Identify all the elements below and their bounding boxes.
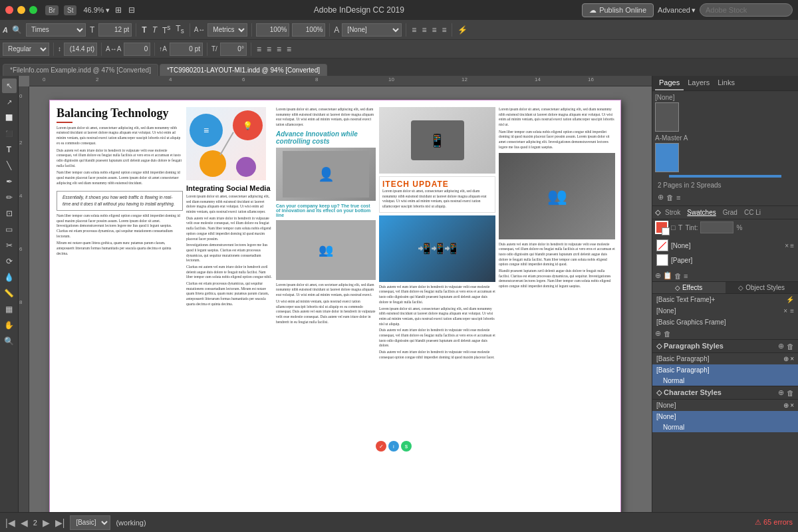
- vertical-scale-input[interactable]: [292, 23, 325, 37]
- rect-tool[interactable]: ▭: [2, 222, 17, 237]
- align-justify-button[interactable]: ≡: [440, 25, 448, 35]
- nav-next-button[interactable]: ▶: [43, 517, 50, 528]
- font-search-icon[interactable]: 🔍: [11, 25, 23, 35]
- free-transform-tool[interactable]: ⟳: [2, 254, 17, 269]
- swatch-tab-strok[interactable]: Strok: [663, 207, 682, 217]
- font-family-select[interactable]: Times: [26, 23, 86, 37]
- tab-effects[interactable]: ◇ Effects: [652, 282, 726, 293]
- align-right-bottom[interactable]: ≡: [275, 45, 283, 54]
- maximize-button[interactable]: [29, 6, 37, 14]
- none-thumb[interactable]: [655, 102, 679, 132]
- horizontal-scale-input[interactable]: [256, 23, 289, 37]
- publish-online-button[interactable]: Publish Online: [582, 3, 654, 17]
- status-style-select[interactable]: [Basic]: [70, 515, 110, 530]
- tracking-input[interactable]: [124, 43, 150, 56]
- search-input[interactable]: [700, 3, 793, 17]
- fill-icon[interactable]: □: [671, 223, 676, 231]
- tab-tc9980[interactable]: *TC9980201-LAYOUT-MI1.indd @ 94% [Conver…: [160, 64, 327, 76]
- pen-tool[interactable]: ✒: [2, 174, 17, 189]
- tab-object-styles[interactable]: ◇ Object Styles: [726, 282, 799, 293]
- fill-color-box[interactable]: [655, 221, 668, 234]
- selection-tool[interactable]: ↖: [2, 78, 17, 93]
- leading-input[interactable]: [64, 43, 97, 56]
- advanced-button[interactable]: Advanced ▾: [658, 6, 696, 15]
- kerning-select[interactable]: Metrics: [207, 23, 247, 37]
- hand-tool[interactable]: ✋: [2, 318, 17, 332]
- line-tool[interactable]: ╲: [2, 158, 17, 173]
- align-justify-bottom[interactable]: ≡: [285, 45, 293, 54]
- pages-new-button[interactable]: ⊕: [658, 193, 664, 201]
- para-style-basic-paragraph-selected[interactable]: [Basic Paragraph]: [652, 364, 798, 376]
- nav-last-button[interactable]: ▶|: [55, 517, 65, 528]
- para-styles-new-button[interactable]: ⊕: [778, 342, 784, 350]
- obj-styles-delete-button[interactable]: 🗑: [664, 330, 671, 338]
- skew-input[interactable]: [220, 43, 247, 56]
- align-center-bottom[interactable]: ≡: [265, 45, 273, 54]
- paragraph-style-select[interactable]: [None]: [342, 23, 402, 37]
- bold-button[interactable]: T: [140, 25, 148, 35]
- lightning-button[interactable]: ⚡: [456, 25, 469, 35]
- swatch-item-paper[interactable]: [Paper]: [655, 253, 795, 267]
- style-none[interactable]: [None] × ≡: [652, 305, 798, 317]
- swatch-new-button[interactable]: 📋: [663, 271, 672, 280]
- page-tool[interactable]: ⬜: [2, 110, 17, 125]
- zoom-tool[interactable]: 🔍: [2, 334, 17, 348]
- swatch-delete-button[interactable]: 🗑: [674, 271, 682, 280]
- superscript-button[interactable]: Ts: [161, 24, 172, 35]
- layout-icon[interactable]: ⊞: [114, 5, 123, 15]
- minimize-button[interactable]: [17, 6, 25, 14]
- align-center-button[interactable]: ≡: [420, 25, 428, 35]
- bridge-button[interactable]: Br: [45, 5, 59, 15]
- align-left-bottom[interactable]: ≡: [255, 45, 263, 54]
- type-tool[interactable]: T: [2, 142, 17, 157]
- align-right-button[interactable]: ≡: [430, 25, 438, 35]
- gradient-tool[interactable]: ▦: [2, 302, 17, 317]
- swatch-menu-button[interactable]: ≡: [684, 271, 688, 280]
- master-thumb[interactable]: [655, 143, 679, 172]
- font-style-select[interactable]: Regular: [3, 43, 49, 56]
- char-style-none[interactable]: [None] ⊕ ×: [652, 400, 798, 411]
- pencil-tool[interactable]: ✏: [2, 190, 17, 205]
- nav-prev-button[interactable]: ◀: [21, 517, 28, 528]
- char-styles-new-button[interactable]: ⊕: [778, 388, 784, 397]
- tab-layers[interactable]: Layers: [684, 76, 714, 90]
- para-style-basic-paragraph[interactable]: [Basic Paragraph] ⊕ ×: [652, 353, 798, 364]
- stock-button[interactable]: St: [64, 5, 76, 15]
- char-style-normal-sub[interactable]: Normal: [652, 422, 798, 432]
- view-icon[interactable]: ⊟: [127, 5, 136, 15]
- pages-delete-button[interactable]: 🗑: [666, 194, 674, 201]
- para-styles-delete-button[interactable]: 🗑: [787, 342, 794, 350]
- swatch-new-group-button[interactable]: ⊕: [655, 271, 661, 280]
- text-icon[interactable]: T: [678, 223, 683, 231]
- obj-styles-new-button[interactable]: ⊕: [655, 329, 661, 338]
- eyedropper-tool[interactable]: 💧: [2, 270, 17, 285]
- nav-first-button[interactable]: |◀: [5, 517, 15, 528]
- rect-frame-tool[interactable]: ⊡: [2, 206, 17, 221]
- tab-fileinfo[interactable]: *FileInfo.com Example.indd @ 47% [Conver…: [3, 64, 158, 76]
- align-left-button[interactable]: ≡: [410, 25, 418, 35]
- para-style-normal-sub[interactable]: Normal: [652, 376, 798, 386]
- document-page[interactable]: Balancing Technology Lorem ipsum dolor s…: [49, 100, 621, 512]
- tab-pages[interactable]: Pages: [655, 76, 684, 90]
- swatch-tab-grad[interactable]: Grad: [721, 207, 739, 217]
- swatch-tab-swatches[interactable]: Swatches: [685, 207, 718, 217]
- gap-tool[interactable]: ⬛: [2, 126, 17, 141]
- tab-links[interactable]: Links: [714, 76, 739, 90]
- pages-menu-button[interactable]: ≡: [676, 194, 680, 201]
- stroke-color-box[interactable]: [662, 227, 670, 235]
- swatch-tab-ccli[interactable]: CC Li: [742, 207, 763, 217]
- style-basic-graphics-frame[interactable]: [Basic Graphics Frame]: [652, 317, 798, 328]
- char-styles-delete-button[interactable]: 🗑: [787, 388, 794, 397]
- italic-button[interactable]: T: [151, 25, 158, 35]
- tint-input[interactable]: [700, 221, 733, 233]
- char-style-none-selected[interactable]: [None]: [652, 411, 798, 422]
- measure-tool[interactable]: 📏: [2, 286, 17, 301]
- baseline-shift-input[interactable]: [170, 43, 203, 56]
- font-size-icon[interactable]: T: [88, 25, 96, 35]
- scissors-tool[interactable]: ✂: [2, 238, 17, 253]
- direct-select-tool[interactable]: ↗: [2, 94, 17, 109]
- close-button[interactable]: [5, 6, 13, 14]
- style-basic-text-frame[interactable]: [Basic Text Frame]+ ⚡: [652, 294, 798, 305]
- subscript-button[interactable]: Ts: [174, 24, 185, 35]
- swatch-item-none[interactable]: [None] × ≡: [655, 238, 795, 253]
